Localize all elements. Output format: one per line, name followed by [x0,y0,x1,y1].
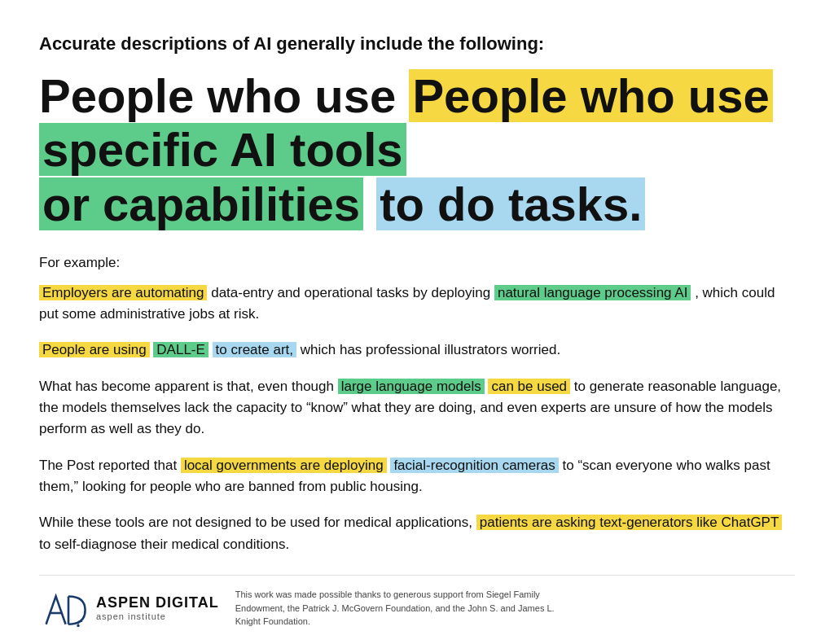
svg-point-0 [77,624,79,627]
p2-highlight3: to create art, [213,342,296,357]
paragraph-4: The Post reported that local governments… [39,455,795,498]
p5-highlight1: patients are asking text-generators like… [476,515,783,530]
paragraph-2: People are using DALL-E to create art, w… [39,340,795,361]
paragraph-1: Employers are automating data-entry and … [39,283,795,326]
big-statement-part1: People who use [39,69,409,122]
p3-highlight2: can be used [488,379,570,394]
p2-highlight1: People are using [39,342,150,357]
logo-text: ASPEN DIGITAL aspen institute [96,594,219,623]
p3-highlight1: large language models [338,379,485,394]
logo-subtitle: aspen institute [96,611,219,622]
p1-highlight1: Employers are automating [39,285,207,300]
logo-area: ASPEN DIGITAL aspen institute [39,584,219,633]
main-heading: Accurate descriptions of AI generally in… [39,33,795,56]
p4-highlight1: local governments are deploying [181,458,387,473]
big-statement: People who use People who use specific A… [39,69,795,232]
logo-title: ASPEN DIGITAL [96,594,219,612]
paragraph-5: While these tools are not designed to be… [39,512,795,555]
p4-highlight2: facial-recognition cameras [390,458,558,473]
for-example-label: For example: [39,255,795,271]
p2-text3: which has professional illustrators worr… [301,342,560,357]
p1-text1: data-entry and operational tasks by depl… [211,285,494,300]
footer: ASPEN DIGITAL aspen institute This work … [39,575,795,633]
big-statement-highlight3: or capabilities [39,177,363,230]
big-statement-highlight1: People who use [409,69,772,122]
big-statement-part2: to do tasks. [376,177,645,230]
p2-highlight2: DALL-E [153,342,208,357]
p3-text1: What has become apparent is that, even t… [39,379,338,394]
aspen-digital-logo [39,584,88,633]
p5-text2: to self-diagnose their medical condition… [39,537,289,552]
p5-text1: While these tools are not designed to be… [39,515,476,530]
paragraph-3: What has become apparent is that, even t… [39,376,795,440]
footer-description: This work was made possible thanks to ge… [235,588,577,629]
big-statement-highlight2: specific AI tools [39,123,406,176]
p4-text1: The Post reported that [39,458,181,473]
p1-highlight2: natural language processing AI [494,285,691,300]
